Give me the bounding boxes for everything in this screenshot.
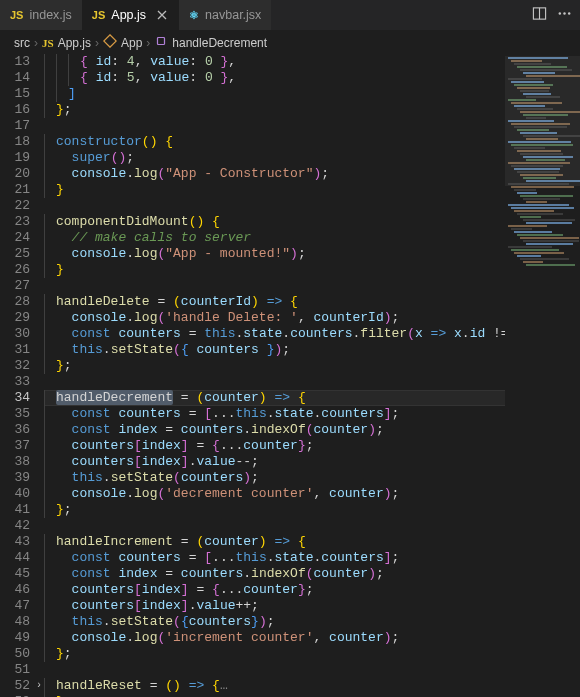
minimap[interactable] — [505, 56, 580, 696]
js-icon: JS — [92, 9, 105, 21]
tab-label: App.js — [111, 8, 146, 22]
tab-bar: JS index.js JS App.js ⚛ navbar.jsx — [0, 0, 580, 30]
tab-label: navbar.jsx — [205, 8, 261, 22]
tab-app-js[interactable]: JS App.js — [82, 0, 179, 30]
breadcrumb-file[interactable]: App.js — [58, 36, 91, 50]
react-icon: ⚛ — [189, 9, 199, 22]
breadcrumb-method[interactable]: handleDecrement — [172, 36, 267, 50]
editor-area[interactable]: 1314151617181920212223242526272829303132… — [0, 54, 580, 697]
class-icon — [103, 34, 117, 51]
chevron-right-icon: › — [95, 36, 99, 50]
breadcrumb-class[interactable]: App — [121, 36, 142, 50]
line-number-gutter: 1314151617181920212223242526272829303132… — [0, 54, 44, 697]
code-content[interactable]: { id: 4, value: 0 },{ id: 5, value: 0 },… — [44, 54, 580, 697]
js-icon: JS — [10, 9, 23, 21]
method-icon — [154, 34, 168, 51]
svg-point-2 — [559, 12, 561, 14]
more-actions-icon[interactable] — [557, 6, 572, 25]
chevron-right-icon: › — [34, 36, 38, 50]
svg-rect-5 — [104, 35, 116, 47]
svg-rect-6 — [158, 38, 165, 45]
tab-label: index.js — [29, 8, 71, 22]
breadcrumb-folder[interactable]: src — [14, 36, 30, 50]
chevron-right-icon: › — [146, 36, 150, 50]
tab-navbar-jsx[interactable]: ⚛ navbar.jsx — [179, 0, 271, 30]
js-icon: JS — [42, 37, 54, 49]
svg-point-4 — [568, 12, 570, 14]
breadcrumb[interactable]: src › JS App.js › App › handleDecrement — [0, 30, 580, 54]
tab-index-js[interactable]: JS index.js — [0, 0, 82, 30]
svg-point-3 — [563, 12, 565, 14]
close-icon[interactable] — [155, 8, 169, 22]
split-editor-icon[interactable] — [532, 6, 547, 25]
